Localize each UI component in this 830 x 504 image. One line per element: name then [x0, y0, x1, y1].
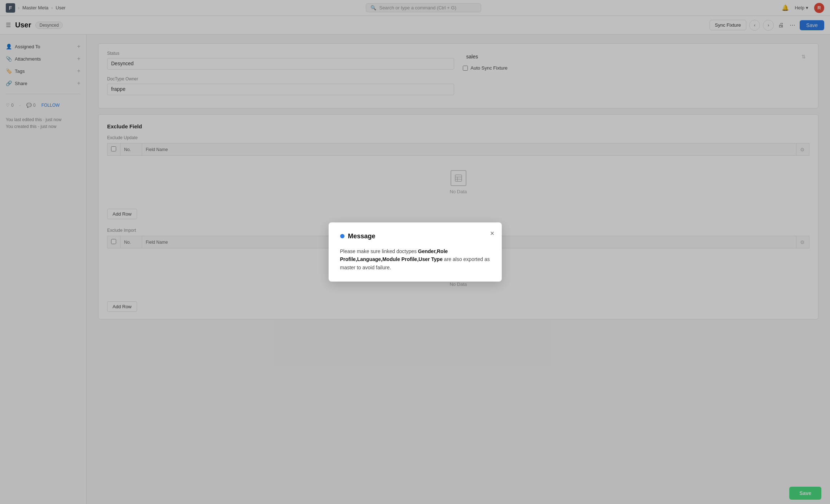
modal-dot [340, 234, 344, 238]
modal-title: Message [348, 233, 376, 240]
modal-body: Please make sure linked doctypes Gender,… [340, 247, 490, 271]
modal-close-button[interactable]: × [490, 230, 495, 237]
modal-header: Message [340, 233, 490, 240]
modal-body-prefix: Please make sure linked doctypes [340, 248, 418, 254]
modal-overlay[interactable]: Message × Please make sure linked doctyp… [0, 0, 830, 504]
message-modal: Message × Please make sure linked doctyp… [329, 222, 502, 282]
